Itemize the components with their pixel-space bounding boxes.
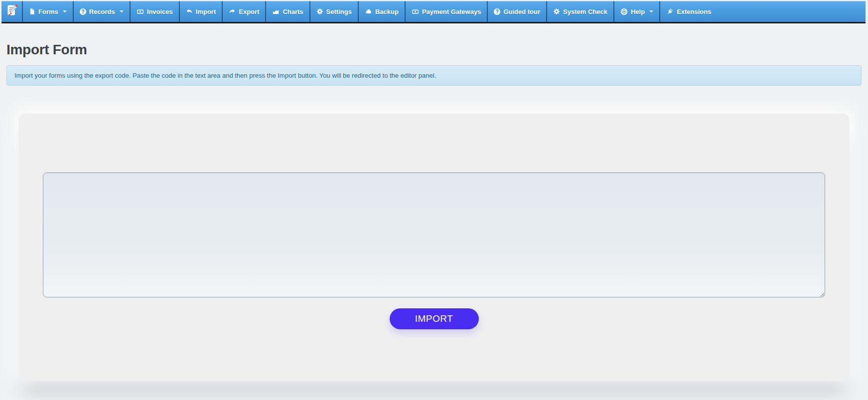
reply-arrow-icon xyxy=(186,8,193,15)
nav-item-label: Help xyxy=(631,8,645,15)
app-logo[interactable] xyxy=(1,1,22,22)
share-arrow-icon xyxy=(229,8,236,15)
nav-item-label: System Check xyxy=(563,8,607,15)
nav-item-label: Export xyxy=(239,8,259,15)
nav-item-extensions[interactable]: Extensions xyxy=(659,1,717,22)
nav-item-records[interactable]: Records xyxy=(73,1,130,22)
life-ring-icon xyxy=(620,8,628,15)
nav-item-label: Guided tour xyxy=(503,8,540,15)
chevron-down-icon xyxy=(649,10,653,12)
plug-icon xyxy=(666,8,674,15)
page-title: Import Form xyxy=(6,43,862,57)
main-content: Import Form Import your forms using the … xyxy=(0,43,868,381)
chevron-down-icon xyxy=(63,10,67,12)
cloud-icon xyxy=(365,8,372,15)
nav-item-label: Invoices xyxy=(147,8,173,15)
nav-item-import[interactable]: Import xyxy=(179,1,222,22)
chevron-down-icon xyxy=(120,10,124,12)
nav-item-label: Extensions xyxy=(677,8,711,15)
form-pencil-logo-icon xyxy=(5,4,18,19)
question-circle-icon xyxy=(80,8,86,15)
money-bill-icon xyxy=(137,8,144,15)
money-bill-icon xyxy=(412,8,419,15)
nav-item-invoices[interactable]: Invoices xyxy=(130,1,179,22)
nav-item-settings[interactable]: Settings xyxy=(309,1,358,22)
nav-item-label: Import xyxy=(196,8,216,15)
gear-icon xyxy=(316,8,323,15)
area-chart-icon xyxy=(272,8,280,15)
import-button[interactable]: IMPORT xyxy=(390,308,479,329)
top-navbar: Forms Records Invoices Import Export Cha… xyxy=(1,1,866,23)
nav-item-label: Charts xyxy=(283,8,303,15)
nav-item-help[interactable]: Help xyxy=(613,1,659,22)
file-icon xyxy=(29,8,35,15)
nav-item-payment-gateways[interactable]: Payment Gateways xyxy=(405,1,487,22)
nav-item-label: Backup xyxy=(375,8,399,15)
import-code-textarea[interactable] xyxy=(43,172,825,297)
question-circle-icon xyxy=(494,8,500,15)
nav-item-forms[interactable]: Forms xyxy=(22,1,73,22)
nav-item-backup[interactable]: Backup xyxy=(358,1,405,22)
gear-icon xyxy=(553,8,560,15)
nav-item-system-check[interactable]: System Check xyxy=(546,1,613,22)
nav-item-guided-tour[interactable]: Guided tour xyxy=(487,1,546,22)
nav-item-charts[interactable]: Charts xyxy=(265,1,309,22)
nav-item-export[interactable]: Export xyxy=(222,1,265,22)
nav-item-label: Forms xyxy=(38,8,58,15)
nav-item-label: Settings xyxy=(326,8,352,15)
info-alert-message: Import your forms using the export code.… xyxy=(14,72,436,79)
import-form-panel: IMPORT xyxy=(18,114,850,381)
nav-item-label: Records xyxy=(89,8,115,15)
info-alert: Import your forms using the export code.… xyxy=(6,65,862,86)
nav-item-label: Payment Gateways xyxy=(422,8,481,15)
